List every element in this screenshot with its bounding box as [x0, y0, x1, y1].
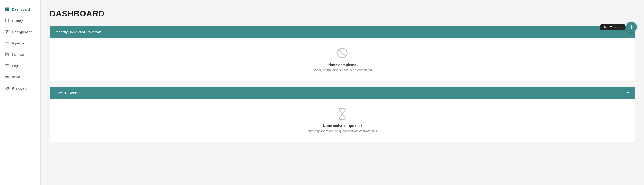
sidebar-item-items[interactable]: Items	[0, 71, 40, 83]
items-icon	[4, 74, 10, 79]
sidebar-item-pipeline[interactable]: Pipeline	[0, 37, 40, 49]
sidebar-item-configuration[interactable]: Configuration	[0, 26, 40, 37]
sidebar-item-principals[interactable]: Principals	[0, 83, 40, 94]
sidebar-item-license[interactable]: License	[0, 49, 40, 60]
svg-rect-1	[7, 8, 9, 9]
sidebar-label-license: License	[12, 53, 24, 56]
recently-completed-title: Recently Completed Traversals	[54, 30, 102, 34]
main-content: DASHBOARD Recently Completed Traversals …	[41, 0, 644, 185]
active-traversals-empty-title: None active or queued	[323, 124, 362, 128]
plus-icon	[629, 24, 634, 30]
history-icon	[4, 18, 10, 23]
svg-rect-0	[6, 8, 7, 9]
svg-line-29	[338, 49, 346, 57]
dashboard-icon	[4, 7, 10, 12]
configuration-icon	[4, 29, 10, 34]
svg-point-9	[8, 31, 8, 32]
svg-point-27	[8, 87, 8, 88]
svg-rect-2	[6, 9, 7, 11]
active-traversals-empty-subtitle: Currently, there are no queued or active…	[307, 129, 378, 133]
recently-completed-body: None completed So far, no traversals hav…	[50, 38, 635, 81]
active-traversals-header[interactable]: Active Traversals	[50, 87, 635, 99]
sidebar-label-items: Items	[12, 75, 20, 79]
svg-point-8	[6, 30, 6, 31]
active-traversals-title: Active Traversals	[54, 91, 80, 95]
active-traversals-chevron[interactable]	[626, 90, 630, 95]
sidebar-label-history: History	[12, 19, 23, 22]
recently-completed-header[interactable]: Recently Completed Traversals	[50, 26, 635, 38]
active-traversals-section: Active Traversals None active or queued …	[50, 87, 635, 142]
principals-icon	[4, 86, 10, 91]
start-traversal-button[interactable]	[626, 22, 637, 32]
active-traversals-body: None active or queued Currently, there a…	[50, 99, 635, 142]
sidebar-label-principals: Principals	[12, 86, 27, 90]
sidebar-label-logs: Logs	[12, 64, 20, 68]
recently-completed-empty-title: None completed	[328, 63, 356, 67]
svg-rect-3	[7, 9, 9, 11]
license-icon	[4, 52, 10, 57]
sidebar: Dashboard History Configuration	[0, 0, 41, 185]
recently-completed-empty-subtitle: So far, no traversals have been complete…	[313, 68, 372, 72]
sidebar-item-logs[interactable]: Logs	[0, 60, 40, 71]
pipeline-icon	[4, 41, 10, 46]
recently-completed-section: Recently Completed Traversals None compl…	[50, 26, 635, 81]
no-entry-icon	[336, 47, 349, 59]
hourglass-icon	[336, 108, 349, 120]
sidebar-label-dashboard: Dashboard	[12, 7, 30, 11]
sidebar-label-pipeline: Pipeline	[12, 41, 24, 45]
page-title: DASHBOARD	[50, 9, 635, 18]
sidebar-item-history[interactable]: History	[0, 15, 40, 26]
svg-point-26	[6, 87, 7, 88]
start-traversal-tooltip: Start Traversal	[600, 24, 625, 30]
svg-point-10	[6, 32, 7, 33]
logs-icon	[4, 63, 10, 68]
sidebar-label-configuration: Configuration	[12, 30, 32, 34]
sidebar-item-dashboard[interactable]: Dashboard	[0, 3, 40, 15]
